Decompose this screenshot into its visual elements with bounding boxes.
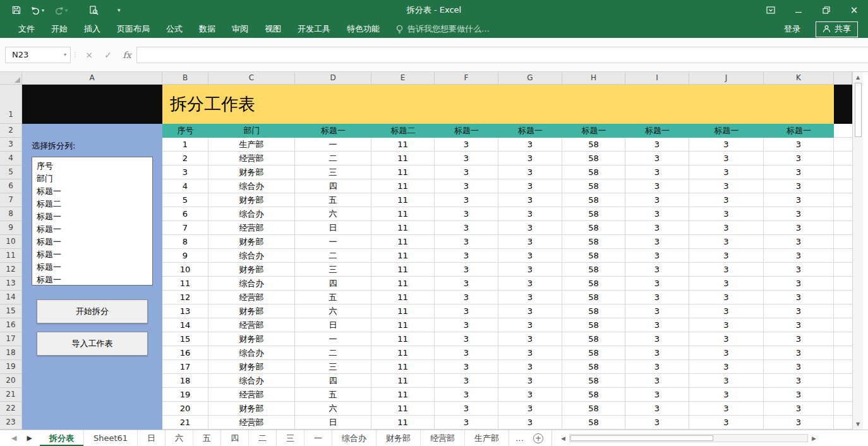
cell[interactable]: 7 (162, 221, 208, 235)
cell[interactable]: 财务部 (208, 402, 295, 416)
row-header[interactable]: 19 (0, 360, 22, 374)
cell[interactable]: 3 (498, 152, 562, 166)
cell[interactable]: 21 (162, 416, 208, 430)
cell[interactable]: 3 (435, 166, 498, 179)
worksheet-title-cell[interactable]: 拆分工作表 (162, 85, 834, 124)
cell[interactable]: 六 (295, 402, 371, 416)
sheet-tab[interactable]: 综合办 (332, 430, 377, 446)
cell[interactable]: 财务部 (208, 332, 295, 346)
cell[interactable] (834, 332, 852, 346)
cell[interactable]: 3 (625, 277, 689, 291)
cell[interactable]: 三 (295, 166, 371, 179)
cell[interactable] (834, 152, 852, 166)
minimize-button[interactable] (785, 0, 812, 20)
cell[interactable] (834, 318, 852, 332)
row-header[interactable]: 16 (0, 318, 22, 332)
cell[interactable]: 3 (689, 166, 764, 179)
row-header[interactable]: 13 (0, 277, 22, 291)
enter-icon[interactable]: ✓ (99, 50, 118, 60)
column-header-g[interactable]: G (498, 72, 562, 85)
cell[interactable] (834, 263, 852, 277)
cell[interactable]: 3 (689, 360, 764, 374)
cell[interactable]: 六 (295, 304, 371, 318)
cell[interactable]: 综合办 (208, 179, 295, 193)
horizontal-scroll-track[interactable] (569, 434, 808, 442)
cell[interactable]: 日 (295, 221, 371, 235)
vertical-scroll-thumb[interactable] (855, 83, 862, 137)
cell[interactable] (834, 416, 852, 430)
cell[interactable]: 3 (498, 235, 562, 249)
column-header-c[interactable]: C (208, 72, 295, 85)
cell[interactable] (834, 388, 852, 402)
cell[interactable]: 58 (562, 138, 625, 152)
cell[interactable]: 3 (764, 388, 834, 402)
cell[interactable]: 3 (764, 166, 834, 179)
cell[interactable]: 3 (764, 416, 834, 430)
cell[interactable]: 58 (562, 221, 625, 235)
cell[interactable]: 3 (764, 291, 834, 304)
cell[interactable]: 3 (689, 263, 764, 277)
undo-button[interactable]: ▾ (28, 5, 47, 16)
listbox-item[interactable]: 部门 (37, 172, 148, 185)
sheet-tab[interactable]: 经营部 (421, 430, 465, 446)
cell[interactable]: 18 (162, 374, 208, 388)
cell[interactable]: 二 (295, 152, 371, 166)
row-header[interactable]: 18 (0, 346, 22, 360)
listbox-item[interactable]: 标题一 (37, 261, 148, 274)
scroll-up-icon[interactable]: ▲ (856, 72, 860, 83)
ribbon-tab[interactable]: 审阅 (224, 20, 256, 38)
cell[interactable]: 3 (689, 138, 764, 152)
cell[interactable]: 3 (764, 235, 834, 249)
cell[interactable]: 3 (498, 193, 562, 207)
row-header[interactable]: 5 (0, 166, 22, 179)
cancel-icon[interactable]: × (80, 50, 99, 60)
cell[interactable] (834, 249, 852, 263)
cell[interactable]: 经营部 (208, 221, 295, 235)
column-header-d[interactable]: D (295, 72, 371, 85)
ribbon-display-options-button[interactable] (757, 0, 785, 20)
cell[interactable]: 58 (562, 207, 625, 221)
restore-button[interactable] (812, 0, 840, 20)
column-header-h[interactable]: H (562, 72, 625, 85)
cell[interactable]: 3 (435, 179, 498, 193)
column-header-partial[interactable] (834, 72, 852, 85)
cell[interactable]: 58 (562, 360, 625, 374)
scroll-right-icon[interactable]: ▶ (808, 435, 820, 442)
start-split-button[interactable]: 开始拆分 (37, 299, 148, 323)
cell[interactable] (834, 138, 852, 152)
cell[interactable] (834, 193, 852, 207)
cell[interactable]: 综合办 (208, 374, 295, 388)
cell[interactable]: 五 (295, 193, 371, 207)
row-header[interactable]: 23 (0, 416, 22, 430)
cell[interactable]: 3 (435, 207, 498, 221)
header-cell[interactable]: 标题一 (764, 124, 834, 138)
cell[interactable]: 五 (295, 291, 371, 304)
cell[interactable]: 12 (162, 291, 208, 304)
cell[interactable]: 3 (435, 291, 498, 304)
cell[interactable]: 财务部 (208, 166, 295, 179)
cell[interactable]: 3 (498, 179, 562, 193)
cell[interactable]: 经营部 (208, 416, 295, 430)
cell[interactable]: 58 (562, 346, 625, 360)
header-cell[interactable]: 标题一 (435, 124, 498, 138)
cell[interactable]: 3 (435, 304, 498, 318)
cell[interactable]: 19 (162, 388, 208, 402)
row-header[interactable]: 14 (0, 291, 22, 304)
redo-dropdown-icon[interactable]: ▾ (65, 8, 68, 13)
cell[interactable]: 2 (162, 152, 208, 166)
sheet-tab[interactable]: 六 (166, 430, 193, 446)
cell[interactable]: 11 (371, 402, 435, 416)
row-header[interactable]: 21 (0, 388, 22, 402)
import-worksheet-button[interactable]: 导入工作表 (37, 332, 148, 356)
cell[interactable]: 3 (435, 249, 498, 263)
row-header[interactable]: 4 (0, 152, 22, 166)
cell[interactable] (834, 402, 852, 416)
cell[interactable]: 3 (498, 402, 562, 416)
cell[interactable]: 11 (371, 193, 435, 207)
sheet-tab[interactable]: 二 (249, 430, 277, 446)
cell[interactable] (834, 346, 852, 360)
cell[interactable]: 三 (295, 263, 371, 277)
cell[interactable]: 3 (764, 346, 834, 360)
row-header[interactable]: 22 (0, 402, 22, 416)
sheet-tab[interactable]: 生产部 (465, 430, 509, 446)
